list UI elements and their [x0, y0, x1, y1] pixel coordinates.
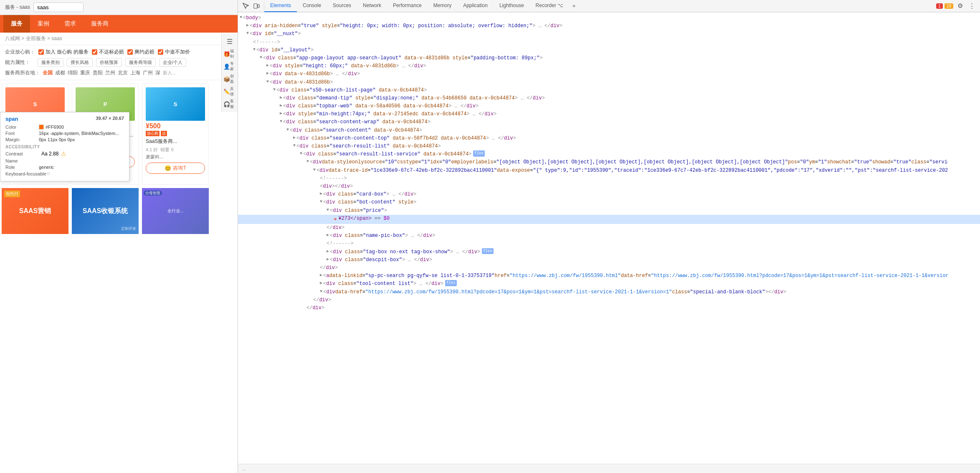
html-search-content[interactable]: ▼ <div class="search-content" data-v-0cb… [238, 127, 980, 135]
html-name-address-link[interactable]: ▶ <a data-linkid="sp-pc-search pg-qyfw-s… [238, 272, 948, 280]
capability-label: 能力属性： [5, 59, 34, 66]
filter-label-2: 不达标必赔 [99, 48, 124, 56]
banner-saas-marketing[interactable]: 知托付 SAAS营销 [2, 188, 68, 234]
settings-icon[interactable]: ⚙ [955, 1, 965, 11]
product-card-3[interactable]: S ¥500 放心购 达 SaaS服务商... 4.1 好 销量 0 麦蒙科..… [142, 84, 209, 185]
html-serve-item[interactable]: ▼ <div data-trace-id="1ce336e9-67c7-42eb… [238, 167, 948, 175]
filter-noadd[interactable]: 中途不加价 [158, 48, 190, 56]
sidebar-icon-menu[interactable]: ☰ [223, 35, 236, 48]
html-price-span[interactable]: ➜ ¥273</span> == $0 [238, 215, 980, 224]
html-serve-item-close[interactable]: </div> [238, 296, 980, 304]
tab-elements[interactable]: Elements [264, 0, 297, 12]
html-price-div[interactable]: ▼ <div class="price"> [238, 207, 980, 215]
product-price-3: ¥500 [146, 122, 205, 130]
enterprise-label: 企业放心购： [5, 48, 35, 56]
expand-body[interactable]: ▼ [240, 14, 242, 21]
html-search-content-top[interactable]: ▶ <div class="search-content-top" data-v… [238, 135, 980, 142]
selected-arrow-icon: ➜ [333, 215, 337, 224]
tab-lighthouse[interactable]: Lighthouse [494, 0, 530, 12]
filter-xinfou[interactable]: 加入 放心购 的服务 [38, 48, 89, 56]
location-guiyang[interactable]: 贵阳 [93, 69, 103, 76]
html-special-block[interactable]: ▼ <div data-href="https://www.zbj.com/fw… [238, 288, 948, 296]
html-aria-div[interactable]: ▶ <div aria-hidden="true" style="height:… [238, 22, 980, 30]
html-topbar[interactable]: ▶ <div class="topbar-web" data-v-58a4050… [238, 102, 980, 110]
html-datav2-div[interactable]: ▼ <div data-v-4831d86b> [238, 79, 980, 86]
html-app-layout[interactable]: ▼ <div class="app-page-layout app-search… [238, 54, 980, 62]
location-chongqing[interactable]: 重庆 [80, 69, 90, 76]
filter-promise[interactable]: 爽约必赔 [127, 48, 154, 56]
tooltip-role-row: Role generic [5, 165, 124, 170]
tooltip-role-value: generic [39, 165, 54, 170]
inspect-element-icon[interactable] [241, 1, 251, 11]
html-layout[interactable]: ▼ <div id="__layout"> [238, 46, 980, 54]
html-service-card-wrap[interactable]: ▼ <div data-styleonly source="10" csstyp… [238, 158, 948, 166]
sidebar-icon-package[interactable]: 📦创盈 [223, 73, 236, 85]
devtools-html-area[interactable]: ▼<body> ▶ <div aria-hidden="true" style=… [238, 13, 980, 464]
html-minheight[interactable]: ▶ <div style="min-height:74px;" data-v-2… [238, 110, 980, 118]
device-toggle-icon[interactable] [251, 1, 261, 11]
search-input[interactable] [33, 3, 84, 12]
tab-network[interactable]: Network [357, 0, 387, 12]
sidebar-icon-edit[interactable]: ✏️反馈 [223, 85, 236, 98]
html-datav-div[interactable]: ▶ <div data-v-4831d86b> … </div> [238, 70, 980, 78]
nav-item-cases[interactable]: 案例 [30, 15, 57, 33]
html-demand-tip[interactable]: ▶ <div class="demand-tip" style="display… [238, 94, 980, 102]
tab-memory[interactable]: Memory [428, 0, 457, 12]
tooltip-keyboard-label: Keyboard-focusable [5, 171, 46, 176]
html-nuxt[interactable]: ▼ <div id="__nuxt"> [238, 30, 980, 38]
more-locations[interactable]: 新人... [163, 70, 176, 76]
html-card-box[interactable]: ▶ <div class="card-box"> … </div> [238, 191, 980, 198]
html-tag-box[interactable]: ▶ <div class="tag-box no-ext tag-box-sho… [238, 248, 980, 256]
main-container: 服务 - saas 服务 案例 需求 服务商 八戒网 > 全部服务 > saas… [0, 0, 980, 473]
html-result-list-service[interactable]: ▼ <div class="search-result-list-service… [238, 150, 980, 158]
filter-company-type[interactable]: 企业/个人 [159, 58, 186, 67]
banner-fenmu[interactable]: 分母智慧 全行业... [142, 188, 209, 234]
devtools-statusbar: … [238, 464, 980, 473]
tab-console[interactable]: Console [297, 0, 327, 12]
nav-item-demand[interactable]: 需求 [57, 15, 84, 33]
filter-guarantee[interactable]: 不达标必赔 [92, 48, 124, 56]
html-search-list[interactable]: ▼ <div class="s50-search-list-page" data… [238, 86, 980, 94]
nav-item-merchant[interactable]: 服务商 [84, 15, 116, 33]
html-bot-content-close[interactable]: </div> [238, 264, 980, 272]
tab-performance[interactable]: Performance [387, 0, 428, 12]
location-shanghai[interactable]: 上海 [130, 69, 140, 76]
html-tool-content[interactable]: ▶ <div class="tool-content list"> … </di… [238, 280, 980, 288]
html-price-close[interactable]: </div> [238, 224, 980, 232]
html-descpit-box[interactable]: ▶ <div class="descpit-box"> … </div> [238, 256, 980, 264]
filter-style[interactable]: 擅长风格 [67, 58, 93, 67]
location-mianyang[interactable]: 绵阳 [68, 69, 78, 76]
sidebar-icon-user[interactable]: 👤专家 [223, 60, 236, 73]
more-options-icon[interactable]: ⋮ [967, 1, 977, 11]
sidebar-icon-gift[interactable]: 🎁福利 [223, 48, 236, 60]
html-service-card-close[interactable]: </div> [238, 304, 980, 312]
nav-item-service[interactable]: 服务 [3, 15, 30, 33]
tab-recorder[interactable]: Recorder ⌥ [530, 0, 570, 12]
location-chengdu[interactable]: 成都 [55, 69, 65, 76]
html-search-content-wrap[interactable]: ▼ <div class="search-content-wrap" data-… [238, 118, 980, 126]
sidebar-icon-support[interactable]: 🎧客服 [223, 98, 236, 110]
banner-saas-cashier[interactable]: SAAS收银系统 定制开发 [72, 188, 139, 234]
tab-sources[interactable]: Sources [327, 0, 357, 12]
location-lanzhou[interactable]: 兰州 [105, 69, 115, 76]
html-bot-content[interactable]: ▼ <div class="bot-content" style> [238, 198, 980, 206]
filter-service-type[interactable]: 服务类别 [38, 58, 63, 67]
tooltip-contrast-label: Contrast [5, 151, 39, 156]
tab-application[interactable]: Application [457, 0, 494, 12]
location-beijing[interactable]: 北京 [118, 69, 128, 76]
tab-more[interactable]: » [569, 0, 579, 12]
filter-merchant-level[interactable]: 服务商等级 [125, 58, 156, 67]
location-all[interactable]: 全国 [43, 69, 53, 76]
html-result-list[interactable]: ▼ <div class="search-result-list" data-v… [238, 142, 980, 150]
capability-filter-row: 能力属性： 服务类别 擅长风格 价格预算 服务商等级 企业/个人 [5, 58, 233, 67]
location-guangzhou[interactable]: 广州 [143, 69, 153, 76]
html-empty-div[interactable]: <div></div> [238, 183, 980, 191]
html-height-div[interactable]: ▶ <div style="height: 60px;" data-v-4831… [238, 62, 980, 70]
tooltip-name-row: Name [5, 158, 124, 163]
location-shen[interactable]: 深 [155, 69, 160, 76]
consult-button-3[interactable]: 😊 咨询T [146, 163, 205, 174]
filter-budget[interactable]: 价格预算 [96, 58, 122, 67]
html-body[interactable]: ▼<body> [238, 14, 980, 22]
tooltip-margin-label: Margin [5, 137, 39, 142]
html-name-pic[interactable]: ▶ <div class="name-pic-box"> … </div> [238, 232, 980, 240]
